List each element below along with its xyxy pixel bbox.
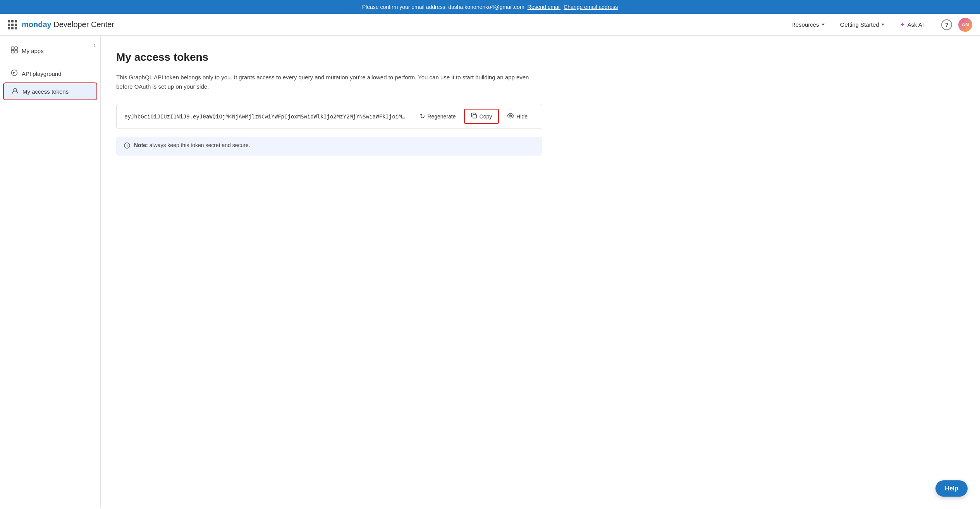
layout: ‹ My apps API playground	[0, 36, 980, 507]
page-description: This GraphQL API token belongs only to y…	[116, 73, 542, 91]
email-confirmation-banner: Please confirm your email address: dasha…	[0, 0, 980, 14]
resources-button[interactable]: Resources	[787, 19, 829, 30]
my-apps-icon	[11, 46, 18, 55]
sidebar-divider	[6, 62, 94, 62]
sidebar-collapse-button[interactable]: ‹	[93, 41, 96, 49]
sidebar-item-my-access-tokens-label: My access tokens	[22, 88, 69, 95]
copy-button[interactable]: Copy	[464, 109, 499, 124]
getting-started-button[interactable]: Getting Started	[836, 19, 889, 30]
token-actions: ↻ Regenerate Copy	[413, 109, 534, 124]
regenerate-button[interactable]: ↻ Regenerate	[413, 109, 462, 123]
regenerate-label: Regenerate	[427, 113, 456, 120]
api-playground-icon	[11, 69, 18, 78]
sidebar-item-my-apps-label: My apps	[22, 48, 44, 54]
hide-button[interactable]: Hide	[500, 110, 534, 123]
svg-rect-0	[11, 47, 14, 50]
header: monday Developer Center Resources Gettin…	[0, 14, 980, 36]
svg-rect-2	[11, 50, 14, 53]
hide-label: Hide	[516, 113, 528, 120]
copy-icon	[471, 113, 477, 120]
svg-point-11	[127, 144, 127, 145]
page-title: My access tokens	[116, 51, 965, 63]
regenerate-icon: ↻	[420, 113, 425, 120]
chevron-down-icon	[881, 24, 884, 26]
grid-menu-icon[interactable]	[8, 20, 17, 29]
token-container: eyJhbGciOiJIUzI1NiJ9.eyJ0aWQiOjM4NjAwMjl…	[116, 104, 542, 129]
ai-sparkle-icon: ✦	[900, 21, 905, 28]
note-content: Note: always keep this token secret and …	[134, 142, 250, 148]
main-content: My access tokens This GraphQL API token …	[101, 36, 980, 507]
note-box: Note: always keep this token secret and …	[116, 137, 542, 156]
header-right: Resources Getting Started ✦ Ask AI ? AN	[787, 18, 972, 32]
token-value: eyJhbGciOiJIUzI1NiJ9.eyJ0aWQiOjM4NjAwMjl…	[124, 113, 406, 120]
svg-rect-3	[15, 50, 17, 53]
help-floating-button[interactable]: Help	[935, 480, 968, 497]
sidebar-item-my-apps[interactable]: My apps	[3, 43, 97, 59]
sidebar: ‹ My apps API playground	[0, 36, 101, 507]
help-icon-button[interactable]: ?	[941, 19, 952, 30]
info-icon	[124, 142, 130, 150]
header-left: monday Developer Center	[8, 20, 787, 29]
resend-email-link[interactable]: Resend email	[528, 4, 561, 10]
note-label: Note:	[134, 142, 148, 148]
access-tokens-icon	[12, 87, 19, 96]
sidebar-item-my-access-tokens[interactable]: My access tokens	[3, 82, 97, 100]
sidebar-item-api-playground[interactable]: API playground	[3, 65, 97, 82]
change-email-link[interactable]: Change email address	[564, 4, 618, 10]
svg-rect-6	[473, 115, 476, 118]
svg-rect-1	[15, 47, 17, 50]
banner-text: Please confirm your email address: dasha…	[362, 4, 524, 10]
hide-icon	[507, 113, 514, 120]
ask-ai-button[interactable]: ✦ Ask AI	[895, 19, 928, 31]
brand-logo: monday Developer Center	[22, 20, 114, 29]
copy-label: Copy	[480, 113, 492, 120]
chevron-down-icon	[822, 24, 825, 26]
note-text: always keep this token secret and secure…	[148, 142, 250, 148]
avatar[interactable]: AN	[958, 18, 972, 32]
header-divider	[935, 19, 935, 30]
sidebar-item-api-playground-label: API playground	[22, 70, 62, 77]
